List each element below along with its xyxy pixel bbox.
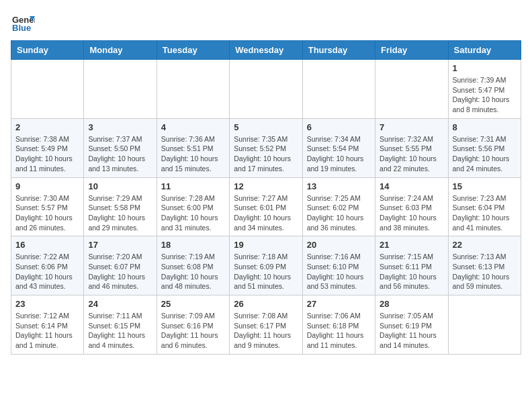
day-info-9: Sunrise: 7:30 AM Sunset: 5:57 PM Dayligh… (15, 193, 79, 233)
calendar-cell-w4-d2: 17Sunrise: 7:20 AM Sunset: 6:07 PM Dayli… (84, 236, 157, 295)
day-number-13: 13 (307, 181, 371, 191)
day-info-1: Sunrise: 7:39 AM Sunset: 5:47 PM Dayligh… (453, 75, 517, 115)
calendar-cell-w2-d5: 6Sunrise: 7:34 AM Sunset: 5:54 PM Daylig… (302, 118, 375, 177)
calendar-cell-w2-d6: 7Sunrise: 7:32 AM Sunset: 5:55 PM Daylig… (375, 118, 448, 177)
day-number-12: 12 (234, 181, 298, 191)
calendar-cell-w5-d2: 24Sunrise: 7:11 AM Sunset: 6:15 PM Dayli… (84, 295, 157, 355)
calendar-cell-w5-d5: 27Sunrise: 7:06 AM Sunset: 6:18 PM Dayli… (302, 295, 375, 355)
day-number-3: 3 (88, 122, 152, 132)
week-row-5: 23Sunrise: 7:12 AM Sunset: 6:14 PM Dayli… (11, 295, 521, 355)
calendar-cell-w2-d1: 2Sunrise: 7:38 AM Sunset: 5:49 PM Daylig… (11, 118, 84, 177)
calendar-cell-w4-d5: 20Sunrise: 7:16 AM Sunset: 6:10 PM Dayli… (302, 236, 375, 295)
day-info-14: Sunrise: 7:24 AM Sunset: 6:03 PM Dayligh… (380, 193, 443, 233)
calendar-cell-w1-d4 (230, 60, 302, 119)
day-number-14: 14 (380, 181, 443, 191)
day-info-2: Sunrise: 7:38 AM Sunset: 5:49 PM Dayligh… (15, 134, 79, 174)
day-info-26: Sunrise: 7:08 AM Sunset: 6:17 PM Dayligh… (234, 311, 298, 351)
calendar-cell-w2-d4: 5Sunrise: 7:35 AM Sunset: 5:52 PM Daylig… (230, 118, 302, 177)
calendar-cell-w3-d6: 14Sunrise: 7:24 AM Sunset: 6:03 PM Dayli… (375, 177, 448, 236)
day-info-22: Sunrise: 7:13 AM Sunset: 6:13 PM Dayligh… (453, 252, 517, 291)
day-number-9: 9 (15, 181, 79, 191)
col-friday: Friday (375, 41, 448, 60)
day-info-4: Sunrise: 7:36 AM Sunset: 5:51 PM Dayligh… (161, 134, 225, 174)
day-number-1: 1 (453, 63, 517, 73)
calendar-header-row: Sunday Monday Tuesday Wednesday Thursday… (11, 41, 521, 60)
calendar-cell-w3-d7: 15Sunrise: 7:23 AM Sunset: 6:04 PM Dayli… (448, 177, 521, 236)
day-info-3: Sunrise: 7:37 AM Sunset: 5:50 PM Dayligh… (88, 134, 152, 174)
week-row-2: 2Sunrise: 7:38 AM Sunset: 5:49 PM Daylig… (11, 118, 521, 177)
calendar-cell-w4-d1: 16Sunrise: 7:22 AM Sunset: 6:06 PM Dayli… (11, 236, 84, 295)
day-info-18: Sunrise: 7:19 AM Sunset: 6:08 PM Dayligh… (161, 252, 225, 291)
day-info-16: Sunrise: 7:22 AM Sunset: 6:06 PM Dayligh… (15, 252, 79, 291)
page-header: General Blue (11, 11, 521, 35)
day-number-24: 24 (88, 299, 152, 309)
calendar-cell-w2-d7: 8Sunrise: 7:31 AM Sunset: 5:56 PM Daylig… (448, 118, 521, 177)
day-info-6: Sunrise: 7:34 AM Sunset: 5:54 PM Dayligh… (307, 134, 371, 174)
logo: General Blue (11, 11, 38, 35)
col-monday: Monday (84, 41, 157, 60)
calendar-cell-w3-d4: 12Sunrise: 7:27 AM Sunset: 6:01 PM Dayli… (230, 177, 302, 236)
day-number-17: 17 (88, 240, 152, 250)
calendar-cell-w2-d2: 3Sunrise: 7:37 AM Sunset: 5:50 PM Daylig… (84, 118, 157, 177)
logo-icon: General Blue (11, 11, 35, 35)
day-info-19: Sunrise: 7:18 AM Sunset: 6:09 PM Dayligh… (234, 252, 298, 291)
day-info-23: Sunrise: 7:12 AM Sunset: 6:14 PM Dayligh… (15, 311, 79, 351)
day-number-7: 7 (380, 122, 443, 132)
day-number-8: 8 (453, 122, 517, 132)
day-info-28: Sunrise: 7:05 AM Sunset: 6:19 PM Dayligh… (380, 311, 443, 351)
col-saturday: Saturday (448, 41, 521, 60)
day-info-17: Sunrise: 7:20 AM Sunset: 6:07 PM Dayligh… (88, 252, 152, 291)
calendar-cell-w1-d3 (157, 60, 229, 119)
calendar-cell-w3-d3: 11Sunrise: 7:28 AM Sunset: 6:00 PM Dayli… (157, 177, 229, 236)
calendar-cell-w2-d3: 4Sunrise: 7:36 AM Sunset: 5:51 PM Daylig… (157, 118, 229, 177)
day-number-28: 28 (380, 299, 443, 309)
day-number-19: 19 (234, 240, 298, 250)
day-info-10: Sunrise: 7:29 AM Sunset: 5:58 PM Dayligh… (88, 193, 152, 233)
day-info-12: Sunrise: 7:27 AM Sunset: 6:01 PM Dayligh… (234, 193, 298, 233)
col-wednesday: Wednesday (230, 41, 302, 60)
calendar-cell-w4-d7: 22Sunrise: 7:13 AM Sunset: 6:13 PM Dayli… (448, 236, 521, 295)
calendar-cell-w5-d1: 23Sunrise: 7:12 AM Sunset: 6:14 PM Dayli… (11, 295, 84, 355)
day-info-8: Sunrise: 7:31 AM Sunset: 5:56 PM Dayligh… (453, 134, 517, 174)
calendar-cell-w1-d5 (302, 60, 375, 119)
day-info-15: Sunrise: 7:23 AM Sunset: 6:04 PM Dayligh… (453, 193, 517, 233)
col-tuesday: Tuesday (157, 41, 229, 60)
day-number-10: 10 (88, 181, 152, 191)
calendar-cell-w1-d6 (375, 60, 448, 119)
calendar-cell-w4-d4: 19Sunrise: 7:18 AM Sunset: 6:09 PM Dayli… (230, 236, 302, 295)
day-number-5: 5 (234, 122, 298, 132)
calendar-cell-w3-d1: 9Sunrise: 7:30 AM Sunset: 5:57 PM Daylig… (11, 177, 84, 236)
day-number-18: 18 (161, 240, 225, 250)
calendar-table: Sunday Monday Tuesday Wednesday Thursday… (11, 40, 521, 355)
calendar-cell-w4-d6: 21Sunrise: 7:15 AM Sunset: 6:11 PM Dayli… (375, 236, 448, 295)
day-number-22: 22 (453, 240, 517, 250)
day-info-24: Sunrise: 7:11 AM Sunset: 6:15 PM Dayligh… (88, 311, 152, 351)
svg-text:Blue: Blue (12, 23, 31, 33)
day-info-21: Sunrise: 7:15 AM Sunset: 6:11 PM Dayligh… (380, 252, 443, 291)
day-number-26: 26 (234, 299, 298, 309)
day-number-27: 27 (307, 299, 371, 309)
calendar-cell-w5-d3: 25Sunrise: 7:09 AM Sunset: 6:16 PM Dayli… (157, 295, 229, 355)
col-thursday: Thursday (302, 41, 375, 60)
week-row-1: 1Sunrise: 7:39 AM Sunset: 5:47 PM Daylig… (11, 60, 521, 119)
calendar-cell-w4-d3: 18Sunrise: 7:19 AM Sunset: 6:08 PM Dayli… (157, 236, 229, 295)
day-number-25: 25 (161, 299, 225, 309)
day-info-13: Sunrise: 7:25 AM Sunset: 6:02 PM Dayligh… (307, 193, 371, 233)
day-info-27: Sunrise: 7:06 AM Sunset: 6:18 PM Dayligh… (307, 311, 371, 351)
day-info-20: Sunrise: 7:16 AM Sunset: 6:10 PM Dayligh… (307, 252, 371, 291)
day-number-20: 20 (307, 240, 371, 250)
calendar-cell-w5-d4: 26Sunrise: 7:08 AM Sunset: 6:17 PM Dayli… (230, 295, 302, 355)
day-number-15: 15 (453, 181, 517, 191)
week-row-4: 16Sunrise: 7:22 AM Sunset: 6:06 PM Dayli… (11, 236, 521, 295)
day-number-2: 2 (15, 122, 79, 132)
day-number-11: 11 (161, 181, 225, 191)
day-number-4: 4 (161, 122, 225, 132)
col-sunday: Sunday (11, 41, 84, 60)
day-number-21: 21 (380, 240, 443, 250)
calendar-cell-w5-d6: 28Sunrise: 7:05 AM Sunset: 6:19 PM Dayli… (375, 295, 448, 355)
calendar-cell-w1-d1 (11, 60, 84, 119)
day-number-23: 23 (15, 299, 79, 309)
day-info-7: Sunrise: 7:32 AM Sunset: 5:55 PM Dayligh… (380, 134, 443, 174)
calendar-cell-w1-d2 (84, 60, 157, 119)
day-info-5: Sunrise: 7:35 AM Sunset: 5:52 PM Dayligh… (234, 134, 298, 174)
